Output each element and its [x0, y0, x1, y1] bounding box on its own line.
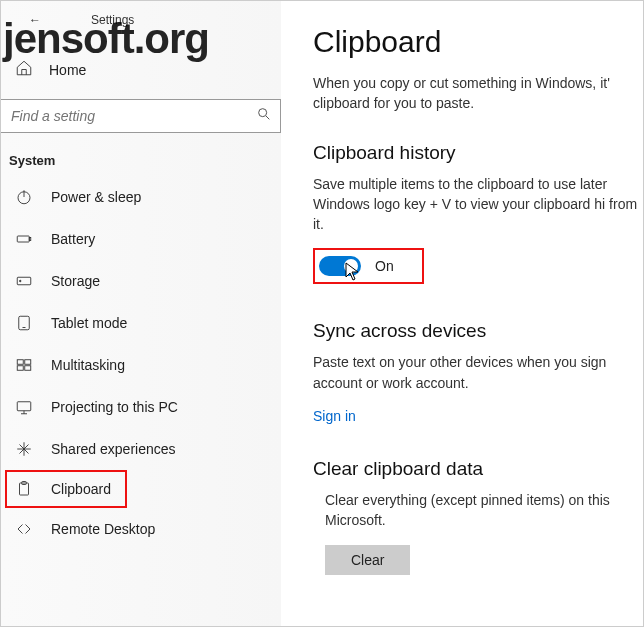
svg-rect-10	[17, 360, 23, 365]
sidebar-item-label: Power & sleep	[51, 189, 141, 205]
home-label: Home	[49, 62, 86, 78]
search-input[interactable]	[11, 108, 256, 124]
content: Clipboard When you copy or cut something…	[281, 1, 643, 626]
search-icon	[256, 106, 272, 126]
clear-desc: Clear everything (except pinned items) o…	[313, 490, 643, 531]
multitasking-icon	[15, 356, 33, 374]
clipboard-icon	[15, 480, 33, 498]
sidebar-item-battery[interactable]: Battery	[1, 218, 281, 260]
svg-rect-11	[25, 360, 31, 365]
sidebar-item-storage[interactable]: Storage	[1, 260, 281, 302]
history-desc: Save multiple items to the clipboard to …	[313, 174, 643, 235]
page-title: Clipboard	[313, 25, 643, 59]
toggle-knob	[344, 259, 358, 273]
tablet-icon	[15, 314, 33, 332]
svg-point-0	[259, 109, 267, 117]
svg-rect-14	[17, 402, 31, 411]
sync-heading: Sync across devices	[313, 320, 643, 342]
battery-icon	[15, 230, 33, 248]
search-box[interactable]	[1, 99, 281, 133]
sidebar-item-tablet-mode[interactable]: Tablet mode	[1, 302, 281, 344]
sidebar-item-label: Storage	[51, 273, 100, 289]
svg-rect-13	[25, 366, 31, 371]
sidebar-item-shared-experiences[interactable]: Shared experiences	[1, 428, 281, 470]
remote-desktop-icon	[15, 520, 33, 538]
sidebar-item-label: Projecting to this PC	[51, 399, 178, 415]
sign-in-link[interactable]: Sign in	[313, 408, 356, 424]
svg-rect-5	[29, 238, 31, 241]
home-icon	[15, 59, 33, 81]
svg-rect-4	[17, 236, 29, 242]
history-toggle[interactable]	[319, 256, 361, 276]
storage-icon	[15, 272, 33, 290]
svg-point-7	[20, 280, 22, 282]
power-icon	[15, 188, 33, 206]
sidebar-item-label: Clipboard	[51, 481, 111, 497]
sidebar-item-label: Remote Desktop	[51, 521, 155, 537]
sidebar-item-power-sleep[interactable]: Power & sleep	[1, 176, 281, 218]
sidebar-item-multitasking[interactable]: Multitasking	[1, 344, 281, 386]
home-row[interactable]: Home	[1, 51, 281, 89]
sidebar-item-label: Multitasking	[51, 357, 125, 373]
sidebar-item-label: Tablet mode	[51, 315, 127, 331]
clear-button[interactable]: Clear	[325, 545, 410, 575]
page-intro: When you copy or cut something in Window…	[313, 73, 643, 114]
shared-icon	[15, 440, 33, 458]
section-header: System	[1, 133, 281, 176]
window-title: Settings	[91, 13, 134, 27]
sidebar: ← Settings Home System Power & sleep Bat…	[1, 1, 281, 626]
history-toggle-row: On	[313, 248, 424, 284]
sidebar-item-remote-desktop[interactable]: Remote Desktop	[1, 508, 281, 550]
svg-rect-12	[17, 366, 23, 371]
sync-desc: Paste text on your other devices when yo…	[313, 352, 643, 393]
back-arrow[interactable]: ←	[29, 13, 41, 27]
history-heading: Clipboard history	[313, 142, 643, 164]
toggle-state-label: On	[375, 258, 394, 274]
svg-line-1	[266, 116, 269, 119]
sidebar-item-label: Battery	[51, 231, 95, 247]
sidebar-item-projecting[interactable]: Projecting to this PC	[1, 386, 281, 428]
sidebar-item-clipboard[interactable]: Clipboard	[5, 470, 127, 508]
clear-heading: Clear clipboard data	[313, 458, 643, 480]
projecting-icon	[15, 398, 33, 416]
sidebar-item-label: Shared experiences	[51, 441, 176, 457]
